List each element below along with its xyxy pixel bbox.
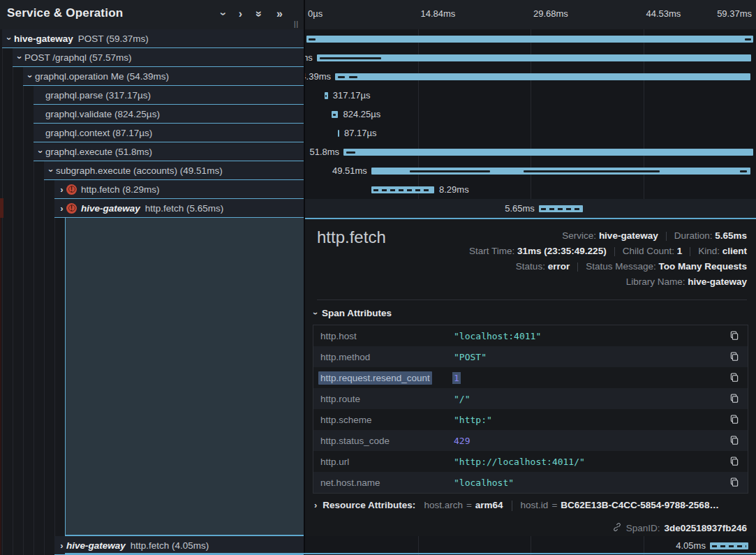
attribute-value[interactable]: "http:": [452, 414, 494, 426]
attribute-row[interactable]: http.host"localhost:4011": [313, 325, 748, 346]
attribute-value[interactable]: 1: [452, 372, 461, 384]
span-row[interactable]: ›graphql.execute (51.8ms): [0, 142, 304, 161]
timeline-row: 4.05ms: [305, 536, 756, 555]
collapse-all-icon[interactable]: »: [252, 11, 267, 17]
copy-icon[interactable]: [729, 393, 740, 404]
chevron-right-icon[interactable]: ›: [57, 540, 66, 551]
span-attributes-header[interactable]: › Span Attributes: [314, 308, 392, 318]
span-row-content[interactable]: graphql.parse (317.17µs): [34, 86, 304, 105]
attribute-value[interactable]: "http://localhost:4011/": [452, 456, 586, 468]
span-duration-label: 87.17µs: [339, 124, 377, 142]
span-id-value[interactable]: 3de02518937fb246: [664, 523, 747, 533]
span-bar[interactable]: [317, 54, 752, 61]
span-row-content[interactable]: ›http.fetch (8.29ms): [54, 180, 304, 199]
span-row-content[interactable]: graphql.validate (824.25µs): [34, 105, 304, 124]
resource-attributes-title: Resource Attributes:: [323, 500, 415, 510]
chevron-down-icon[interactable]: ›: [36, 147, 46, 156]
attribute-key[interactable]: http.host: [318, 330, 359, 343]
span-row-content[interactable]: ›POST /graphql (57.57ms): [13, 48, 304, 67]
attribute-key[interactable]: http.request.resend_count: [318, 371, 432, 385]
copy-icon[interactable]: [729, 330, 740, 341]
attribute-key[interactable]: http.status_code: [318, 434, 392, 447]
chevron-down-icon[interactable]: ›: [15, 53, 25, 62]
span-row[interactable]: ›POST /graphql (57.57ms): [0, 48, 304, 67]
span-row-content[interactable]: ›hive-gatewayhttp.fetch (4.05ms): [54, 536, 304, 555]
span-attributes-table: http.host"localhost:4011"http.method"POS…: [313, 325, 748, 494]
timeline-row: 317.17µs: [305, 86, 756, 105]
chevron-down-icon[interactable]: ›: [25, 72, 36, 81]
span-row-content[interactable]: ›graphql.execute (51.8ms): [34, 142, 304, 161]
span-row-selected[interactable]: ›hive-gatewayhttp.fetch (5.65ms): [0, 199, 304, 218]
span-row[interactable]: graphql.validate (824.25µs): [0, 105, 304, 124]
timeline-row: 54.39ms: [305, 67, 756, 86]
attribute-row[interactable]: http.method"POST": [313, 346, 748, 367]
span-row-content[interactable]: ›subgraph.execute (accounts) (49.51ms): [44, 161, 304, 180]
collapse-one-level-icon[interactable]: ›: [215, 12, 230, 15]
meta-label: Kind:: [698, 246, 722, 256]
panel-resize-handle[interactable]: ||: [294, 20, 299, 28]
span-row-content[interactable]: ›graphql.operation Me (54.39ms): [23, 67, 304, 86]
span-row-content[interactable]: graphql.context (87.17µs): [34, 124, 304, 142]
attribute-value[interactable]: "localhost:4011": [452, 330, 542, 342]
span-bar[interactable]: [306, 36, 753, 43]
attribute-key[interactable]: http.route: [318, 392, 362, 406]
span-bar[interactable]: [371, 186, 434, 193]
attribute-value[interactable]: "localhost": [452, 477, 515, 489]
timeline-track: 8.29ms: [306, 180, 753, 199]
span-duration-label: 54.39ms: [304, 67, 335, 86]
copy-icon[interactable]: [729, 477, 740, 488]
copy-icon[interactable]: [729, 351, 740, 362]
timeline-row: 87.17µs: [305, 124, 756, 142]
expand-all-icon[interactable]: »: [276, 6, 283, 22]
span-attributes-title: Span Attributes: [322, 308, 392, 318]
span-name-label: graphql.operation Me (54.39ms): [35, 71, 169, 82]
copy-icon[interactable]: [729, 435, 740, 446]
span-bar[interactable]: [710, 542, 748, 549]
span-row[interactable]: ›hive-gatewayhttp.fetch (4.05ms): [0, 536, 304, 555]
axis-tick-label: 14.84ms: [421, 8, 456, 19]
chevron-down-icon[interactable]: ›: [4, 34, 15, 43]
chevron-right-icon[interactable]: ›: [57, 184, 66, 195]
attribute-key[interactable]: http.scheme: [318, 413, 374, 427]
meta-value: Too Many Requests: [658, 261, 747, 272]
span-row-content[interactable]: ›hive-gatewayPOST (59.37ms): [2, 29, 304, 48]
attribute-row[interactable]: http.request.resend_count1: [313, 367, 748, 388]
chevron-down-icon[interactable]: ›: [46, 166, 57, 175]
span-bar[interactable]: [539, 205, 583, 212]
copy-icon[interactable]: [729, 372, 740, 383]
attribute-row[interactable]: http.url"http://localhost:4011/": [313, 451, 748, 472]
child-span-dashes: [373, 189, 432, 191]
span-row[interactable]: ›graphql.operation Me (54.39ms): [0, 67, 304, 86]
attribute-value[interactable]: "POST": [452, 351, 488, 363]
span-meta-line: Status: errorStatus Message: Too Many Re…: [469, 259, 747, 274]
child-span-mark: [320, 57, 381, 59]
span-duration-label: 51.8ms: [309, 142, 343, 161]
span-row[interactable]: ›http.fetch (8.29ms): [0, 180, 304, 199]
span-bar[interactable]: [343, 149, 753, 156]
span-name-label: http.fetch (8.29ms): [81, 184, 160, 195]
chevron-right-icon[interactable]: ›: [57, 203, 66, 214]
attribute-key[interactable]: http.method: [318, 350, 372, 364]
resource-equals: =: [466, 500, 472, 510]
attribute-key[interactable]: net.host.name: [318, 476, 383, 489]
span-row[interactable]: graphql.context (87.17µs): [0, 124, 304, 142]
attribute-value[interactable]: 429: [452, 435, 471, 447]
attribute-value[interactable]: "/": [452, 393, 471, 405]
copy-icon[interactable]: [729, 456, 740, 467]
meta-value: 5.65ms: [715, 230, 747, 241]
link-icon[interactable]: [612, 522, 622, 534]
attribute-row[interactable]: http.route"/": [313, 388, 748, 409]
span-row[interactable]: ›hive-gatewayPOST (59.37ms): [0, 29, 304, 48]
copy-icon[interactable]: [729, 414, 740, 425]
attribute-row[interactable]: net.host.name"localhost": [313, 472, 748, 493]
attribute-row[interactable]: http.scheme"http:": [313, 409, 748, 430]
attribute-row[interactable]: http.status_code429: [313, 430, 748, 451]
span-row-content[interactable]: ›hive-gatewayhttp.fetch (5.65ms): [54, 199, 304, 218]
expand-one-level-icon[interactable]: ›: [239, 6, 242, 22]
span-row[interactable]: graphql.parse (317.17µs): [0, 86, 304, 105]
span-row[interactable]: ›subgraph.execute (accounts) (49.51ms): [0, 161, 304, 180]
span-duration-label: 4.05ms: [676, 536, 710, 555]
attribute-key[interactable]: http.url: [318, 455, 351, 468]
span-bar[interactable]: [335, 73, 750, 80]
resource-attributes-row[interactable]: › Resource Attributes: host.arch=arm64ho…: [314, 500, 719, 511]
